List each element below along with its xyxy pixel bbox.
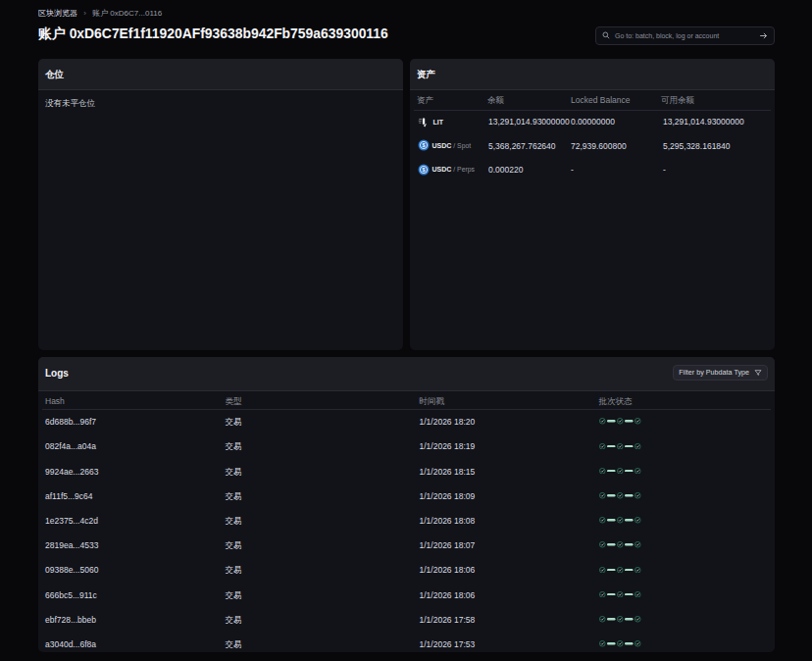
svg-text:$: $ — [423, 167, 426, 173]
svg-text:$: $ — [423, 142, 426, 148]
